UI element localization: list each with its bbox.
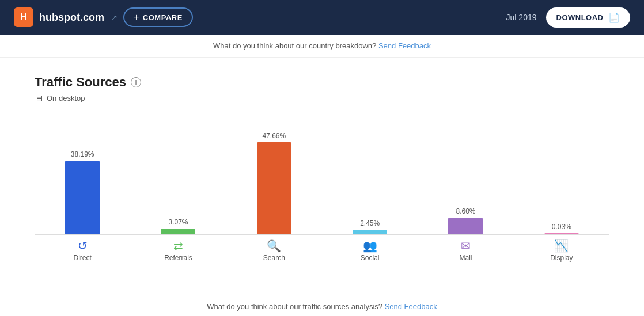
chart-column-display: 0.03% xyxy=(514,120,609,234)
chart-column-referrals: 3.07% xyxy=(130,120,226,234)
bar-percentage-search: 47.66% xyxy=(262,132,286,140)
bar-referrals xyxy=(161,229,195,234)
top-feedback-link[interactable]: Send Feedback xyxy=(378,41,431,50)
logo-icon: H xyxy=(14,7,33,27)
main-content: Traffic Sources i 🖥 On desktop 38.19%3.0… xyxy=(0,58,644,279)
monitor-icon: 🖥 xyxy=(35,93,43,103)
header-left: H hubspot.com ↗ + COMPARE xyxy=(14,7,193,27)
plus-icon: + xyxy=(134,12,139,22)
direct-icon: ↺︎ xyxy=(78,240,88,252)
top-feedback-text: What do you think about our country brea… xyxy=(213,41,376,50)
bar-mail xyxy=(448,218,483,234)
source-name-mail: Mail xyxy=(459,254,472,262)
date-label: Jul 2019 xyxy=(506,13,537,22)
chart-column-search: 47.66% xyxy=(226,120,322,234)
chart-wrapper: 38.19%3.07%47.66%2.45%8.60%0.03% ↺︎Direc… xyxy=(35,120,609,262)
source-item-search[interactable]: 🔍Search xyxy=(226,235,322,262)
site-name: hubspot.com xyxy=(39,12,104,24)
source-item-display[interactable]: 📉Display xyxy=(514,235,609,262)
external-link-icon[interactable]: ↗ xyxy=(111,13,118,22)
bar-display xyxy=(544,233,579,234)
chart-column-direct: 38.19% xyxy=(35,120,130,234)
display-icon: 📉 xyxy=(554,240,569,252)
header-right: Jul 2019 DOWNLOAD 📄 xyxy=(506,7,630,28)
bar-percentage-direct: 38.19% xyxy=(71,150,94,158)
source-name-search: Search xyxy=(263,254,285,262)
source-item-mail[interactable]: ✉Mail xyxy=(418,235,513,262)
source-name-social: Social xyxy=(361,254,380,262)
bar-search xyxy=(257,142,291,234)
section-title-row: Traffic Sources i xyxy=(35,75,609,90)
compare-button[interactable]: + COMPARE xyxy=(123,7,193,27)
bar-percentage-display: 0.03% xyxy=(552,223,571,231)
top-feedback-bar: What do you think about our country brea… xyxy=(0,35,644,58)
chart-column-mail: 8.60% xyxy=(418,120,513,234)
sources-row: ↺︎Direct⇄Referrals🔍Search👥Social✉Mail📉Di… xyxy=(35,235,609,262)
social-icon: 👥 xyxy=(363,240,377,252)
referrals-icon: ⇄ xyxy=(173,240,183,252)
bar-direct xyxy=(65,161,100,234)
download-icon: 📄 xyxy=(608,12,620,23)
desktop-label: 🖥 On desktop xyxy=(35,93,609,103)
bar-percentage-social: 2.45% xyxy=(360,219,380,227)
bottom-feedback-link[interactable]: Send Feedback xyxy=(385,302,437,311)
source-name-direct: Direct xyxy=(73,254,91,262)
bar-percentage-mail: 8.60% xyxy=(456,207,475,215)
search-icon: 🔍 xyxy=(267,240,281,252)
source-item-direct[interactable]: ↺︎Direct xyxy=(35,235,130,262)
source-item-referrals[interactable]: ⇄Referrals xyxy=(130,235,226,262)
section-title: Traffic Sources xyxy=(35,75,126,90)
source-name-referrals: Referrals xyxy=(164,254,192,262)
bottom-feedback-bar: What do you think about our traffic sour… xyxy=(0,291,644,316)
source-item-social[interactable]: 👥Social xyxy=(322,235,418,262)
download-button[interactable]: DOWNLOAD 📄 xyxy=(546,7,631,28)
source-name-display: Display xyxy=(550,254,573,262)
chart-bars: 38.19%3.07%47.66%2.45%8.60%0.03% xyxy=(35,120,609,235)
desktop-text: On desktop xyxy=(47,94,85,102)
header: H hubspot.com ↗ + COMPARE Jul 2019 DOWNL… xyxy=(0,0,644,35)
bar-percentage-referrals: 3.07% xyxy=(168,218,188,226)
compare-label: COMPARE xyxy=(143,13,183,22)
chart-column-social: 2.45% xyxy=(322,120,418,234)
download-label: DOWNLOAD xyxy=(556,13,604,22)
mail-icon: ✉ xyxy=(461,240,471,252)
bottom-feedback-text: What do you think about our traffic sour… xyxy=(207,302,382,311)
info-icon[interactable]: i xyxy=(131,77,141,87)
bar-social xyxy=(353,230,387,234)
